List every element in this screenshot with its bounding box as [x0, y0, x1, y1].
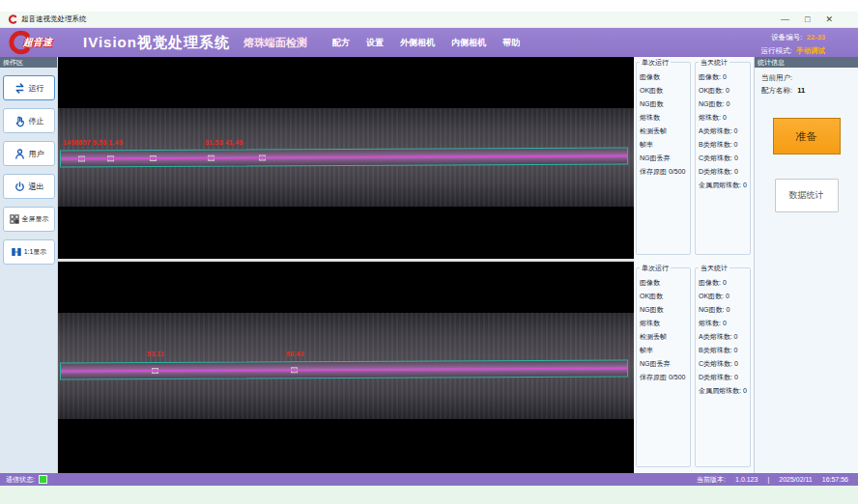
menu-item-inner-camera[interactable]: 内侧相机	[451, 37, 486, 49]
version-label: 当前版本:	[697, 475, 726, 485]
stat-row: OK图数: 0	[699, 290, 747, 303]
stat-row: 熔珠数: 0	[699, 317, 747, 330]
stop-button[interactable]: 停止	[3, 108, 55, 133]
stat-row: NG图数: 0	[699, 98, 747, 111]
stat-row: 图像数	[640, 70, 687, 84]
status-time: 16:57:56	[822, 476, 848, 483]
measurement-annotation: 56.43	[286, 350, 304, 357]
prepare-button[interactable]: 准备	[773, 118, 841, 154]
group-title: 单次运行	[640, 58, 671, 68]
brand-logo-text: 超音速	[23, 36, 52, 49]
stat-row: OK图数	[640, 84, 687, 98]
page-subtitle: 熔珠端面检测	[243, 36, 307, 50]
status-separator: |	[767, 476, 769, 483]
run-icon	[14, 82, 26, 95]
stat-row: A类熔珠数: 0	[699, 125, 747, 138]
user-icon	[14, 148, 26, 160]
main-menu: 配方 设置 外侧相机 内侧相机 帮助	[332, 37, 520, 49]
recipe-row: 配方名称: 11	[761, 84, 851, 97]
group-title: 当天统计	[699, 58, 729, 68]
stat-row: 保存原图 0/500	[640, 371, 687, 384]
status-bar-right: 当前版本: 1.0.123 | 2025/02/11 16:57:56	[697, 475, 852, 485]
stat-row: 帧率	[640, 344, 687, 357]
status-date: 2025/02/11	[779, 476, 813, 483]
outer-camera-image[interactable]: 1498857 9.53 1.49 31.53 41.49	[58, 57, 634, 259]
group-title: 当天统计	[699, 264, 729, 273]
app-window: 超音速视觉处理系统 — □ ✕ 超音速 IVision视觉处理系统 熔珠端面检测…	[0, 0, 858, 504]
operation-sidebar: 操作区 运行 停止	[0, 57, 58, 473]
stat-row: NG图数: 0	[699, 303, 747, 317]
run-button[interactable]: 运行	[3, 75, 55, 100]
stop-icon	[14, 115, 26, 127]
outer-camera-stats: 单次运行 图像数 OK图数 NG图数 熔珠数 检测丢帧 帧率 NG图丢弃 保存原…	[634, 57, 754, 259]
inner-camera-image[interactable]: 53.11 56.43	[58, 262, 634, 473]
device-number-value: 22-33	[807, 33, 825, 42]
menu-item-outer-camera[interactable]: 外侧相机	[400, 37, 435, 49]
stat-row: OK图数	[640, 290, 687, 303]
one-to-one-button[interactable]: 1:1显示	[3, 239, 55, 265]
fullscreen-button[interactable]: 全屏显示	[3, 207, 55, 232]
measurement-annotation: 1498857 9.53 1.49	[63, 139, 123, 146]
stat-row: A类熔珠数: 0	[699, 330, 747, 344]
status-bar: 通信状态: 当前版本: 1.0.123 | 2025/02/11 16:57:5…	[0, 473, 858, 486]
window-controls: — □ ✕	[781, 15, 850, 24]
daily-stats-group: 当天统计 图像数: 0 OK图数: 0 NG图数: 0 熔珠数: 0 A类熔珠数…	[695, 62, 751, 255]
recipe-name-value: 11	[797, 86, 805, 95]
stat-row: B类熔珠数: 0	[699, 344, 747, 357]
statistics-column: 单次运行 图像数 OK图数 NG图数 熔珠数 检测丢帧 帧率 NG图丢弃 保存原…	[634, 57, 754, 473]
current-user-row: 当前用户:	[761, 71, 851, 84]
weld-bead-detection-box	[60, 359, 628, 379]
single-run-group: 单次运行 图像数 OK图数 NG图数 熔珠数 检测丢帧 帧率 NG图丢弃 保存原…	[636, 62, 691, 255]
stat-row: NG图丢弃	[640, 152, 687, 165]
app-logo-icon	[8, 14, 17, 24]
stat-row: 熔珠数	[640, 111, 687, 125]
stat-row: 金属屑熔珠数: 0	[699, 384, 747, 398]
data-statistics-button[interactable]: 数据统计	[775, 179, 839, 212]
info-panel: 统计信息 当前用户: 配方名称: 11 准备 数据统计	[754, 57, 858, 473]
stat-row: B类熔珠数: 0	[699, 138, 747, 152]
run-mode-value: 手动调试	[796, 46, 825, 55]
page-title: IVision视觉处理系统	[83, 34, 230, 52]
stat-row: 保存原图 0/500	[640, 165, 687, 179]
stat-row: D类熔珠数: 0	[699, 371, 747, 384]
stat-row: 图像数: 0	[699, 70, 747, 84]
stat-row: 图像数: 0	[699, 276, 747, 290]
stat-row: 检测丢帧	[640, 330, 687, 344]
weld-bead-detection-box	[60, 147, 628, 167]
stat-row: 熔珠数: 0	[699, 111, 747, 125]
stat-row: NG图丢弃	[640, 357, 687, 371]
version-value: 1.0.123	[735, 476, 758, 483]
comm-status-indicator	[40, 476, 46, 483]
desktop-bottom-strip	[0, 486, 858, 504]
stop-button-label: 停止	[29, 116, 44, 126]
device-info: 设备编号: 22-33 运行模式: 手动调试	[760, 29, 850, 56]
fullscreen-icon	[9, 213, 20, 225]
stat-row: NG图数	[640, 303, 687, 317]
stat-row: 检测丢帧	[640, 125, 687, 138]
exit-icon	[14, 181, 26, 193]
brand-logo: 超音速	[8, 29, 83, 56]
stat-row: NG图数	[640, 98, 687, 111]
menu-item-recipe[interactable]: 配方	[332, 37, 350, 49]
app-header: 超音速 IVision视觉处理系统 熔珠端面检测 配方 设置 外侧相机 内侧相机…	[0, 28, 858, 57]
stat-row: 帧率	[640, 138, 687, 152]
fullscreen-button-label: 全屏显示	[22, 214, 49, 224]
maximize-icon[interactable]: □	[805, 15, 810, 24]
stat-row: D类熔珠数: 0	[699, 165, 747, 179]
stat-row: OK图数: 0	[699, 84, 747, 98]
current-user-label: 当前用户:	[761, 73, 792, 82]
menu-item-help[interactable]: 帮助	[502, 37, 520, 49]
desktop-top-strip	[0, 0, 858, 12]
exit-button-label: 退出	[29, 182, 44, 192]
group-title: 单次运行	[640, 264, 671, 273]
user-button[interactable]: 用户	[3, 141, 55, 166]
exit-button[interactable]: 退出	[3, 174, 55, 199]
minimize-icon[interactable]: —	[781, 15, 789, 24]
close-icon[interactable]: ✕	[825, 15, 833, 24]
one-to-one-button-label: 1:1显示	[24, 247, 47, 257]
run-button-label: 运行	[29, 83, 44, 94]
device-number-label: 设备编号:	[771, 33, 802, 42]
daily-stats-group: 当天统计 图像数: 0 OK图数: 0 NG图数: 0 熔珠数: 0 A类熔珠数…	[695, 267, 751, 467]
menu-item-settings[interactable]: 设置	[366, 37, 384, 49]
inner-camera-stats: 单次运行 图像数 OK图数 NG图数 熔珠数 检测丢帧 帧率 NG图丢弃 保存原…	[634, 263, 754, 471]
